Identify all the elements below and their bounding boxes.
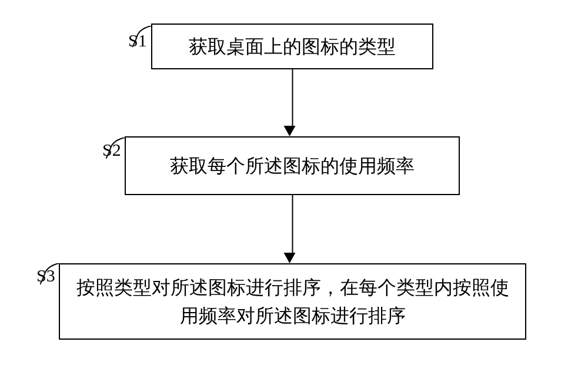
step-box-s3: 按照类型对所述图标进行排序，在每个类型内按照使用频率对所述图标进行排序	[59, 263, 526, 340]
arrow-s1-s2	[289, 69, 296, 136]
step-label-s2: S2	[102, 140, 121, 160]
step-box-s2: 获取每个所述图标的使用频率	[125, 136, 460, 195]
step-label-s1: S1	[128, 31, 147, 51]
step-label-s3: S3	[36, 266, 55, 286]
step-box-s1: 获取桌面上的图标的类型	[151, 24, 433, 69]
arrow-s2-s3	[289, 195, 296, 263]
step-text-s2: 获取每个所述图标的使用频率	[170, 152, 415, 180]
step-text-s3: 按照类型对所述图标进行排序，在每个类型内按照使用频率对所述图标进行排序	[72, 273, 513, 330]
flowchart-diagram: S1 获取桌面上的图标的类型 S2 获取每个所述图标的使用频率 S3 按照类型对…	[0, 0, 588, 372]
step-text-s1: 获取桌面上的图标的类型	[189, 32, 396, 61]
